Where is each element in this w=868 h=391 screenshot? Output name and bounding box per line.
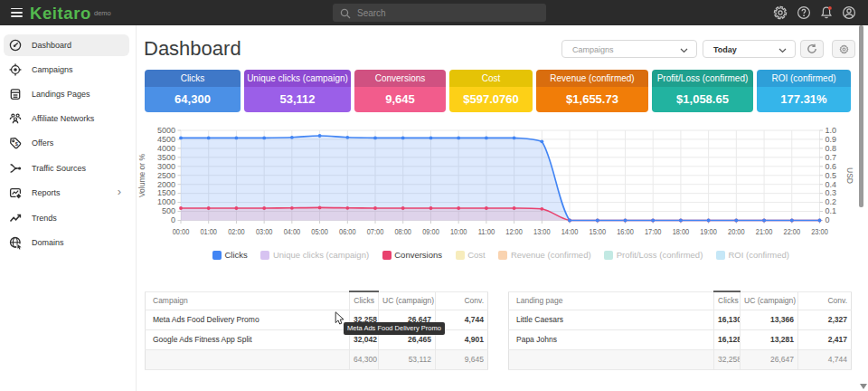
svg-text:07:00: 07:00	[367, 227, 384, 236]
svg-text:4500: 4500	[157, 135, 175, 144]
svg-text:14:00: 14:00	[561, 227, 579, 236]
svg-text:4000: 4000	[157, 144, 175, 153]
svg-text:0: 0	[826, 215, 830, 224]
svg-text:0.4: 0.4	[826, 180, 837, 189]
svg-text:23:00: 23:00	[811, 227, 828, 236]
svg-text:00:00: 00:00	[173, 227, 190, 236]
svg-text:16:00: 16:00	[617, 227, 634, 236]
svg-text:0.7: 0.7	[826, 153, 837, 162]
svg-text:04:00: 04:00	[284, 227, 301, 236]
svg-text:1000: 1000	[157, 197, 175, 206]
svg-text:22:00: 22:00	[784, 227, 801, 236]
svg-text:11:00: 11:00	[478, 227, 495, 236]
svg-text:03:00: 03:00	[256, 227, 273, 236]
svg-text:02:00: 02:00	[228, 227, 245, 236]
svg-text:3500: 3500	[157, 153, 175, 162]
svg-text:13:00: 13:00	[533, 227, 551, 236]
svg-text:20:00: 20:00	[728, 227, 745, 236]
svg-text:1500: 1500	[157, 188, 175, 197]
svg-text:18:00: 18:00	[673, 227, 690, 236]
svg-text:0.3: 0.3	[826, 188, 837, 197]
svg-text:500: 500	[162, 206, 175, 215]
svg-text:05:00: 05:00	[311, 227, 328, 236]
svg-text:17:00: 17:00	[645, 227, 662, 236]
svg-text:19:00: 19:00	[700, 227, 717, 236]
svg-text:0: 0	[171, 215, 175, 224]
svg-text:$: $	[15, 141, 18, 147]
svg-text:USD: USD	[845, 167, 854, 184]
svg-text:Volume or %: Volume or %	[137, 153, 146, 197]
svg-text:3000: 3000	[157, 162, 175, 171]
svg-text:0.2: 0.2	[826, 197, 837, 206]
svg-text:10:00: 10:00	[450, 227, 467, 236]
svg-text:0.5: 0.5	[826, 171, 837, 180]
svg-text:21:00: 21:00	[756, 227, 773, 236]
svg-text:08:00: 08:00	[394, 227, 411, 236]
svg-text:06:00: 06:00	[339, 227, 356, 236]
svg-text:0.8: 0.8	[826, 144, 837, 153]
svg-text:5000: 5000	[157, 126, 175, 135]
svg-text:09:00: 09:00	[422, 227, 439, 236]
svg-text:0.6: 0.6	[826, 162, 837, 171]
svg-text:0.1: 0.1	[826, 206, 837, 215]
svg-text:2000: 2000	[157, 180, 175, 189]
svg-text:15:00: 15:00	[590, 227, 607, 236]
svg-text:1.0: 1.0	[826, 126, 837, 135]
svg-text:01:00: 01:00	[200, 227, 217, 236]
svg-text:2500: 2500	[157, 171, 175, 180]
svg-text:12:00: 12:00	[505, 227, 523, 236]
svg-text:0.9: 0.9	[826, 135, 837, 144]
